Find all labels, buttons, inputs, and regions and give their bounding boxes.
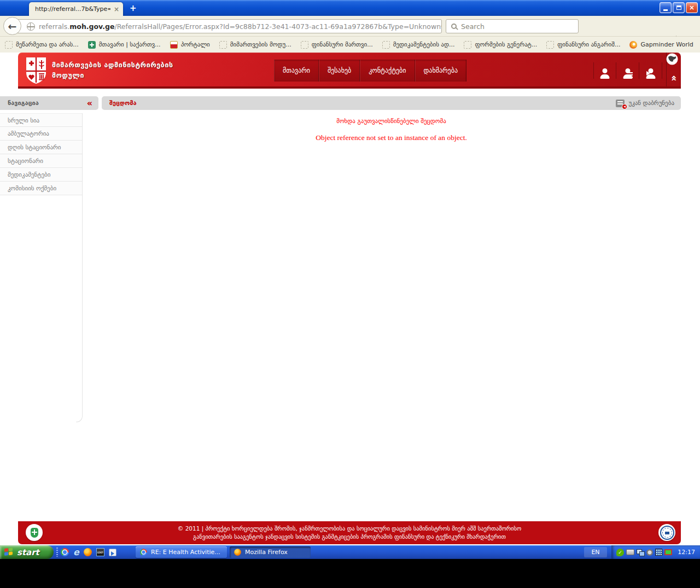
login-logout-button[interactable] [639, 62, 662, 79]
back-button[interactable]: ← [3, 17, 21, 35]
nav-item-home[interactable]: მთავარი [274, 60, 319, 81]
firefox-icon[interactable] [84, 548, 92, 556]
sidebar-item-ambulatory[interactable]: ამბულატორია [0, 127, 82, 141]
default-favicon [382, 41, 390, 49]
close-icon: × [689, 4, 695, 11]
minimize-icon [663, 9, 668, 11]
sidebar-collapse-icon[interactable]: « [87, 98, 92, 108]
back-icon: ← [8, 20, 17, 32]
bookmark-item[interactable]: მეწარმეთა და არას... [5, 41, 79, 49]
search-box[interactable] [446, 19, 579, 33]
sidebar-item-full-list[interactable]: სრული სია [0, 113, 82, 127]
bookmark-label: მეწარმეთა და არას... [16, 41, 79, 48]
task-button-label: Mozilla Firefox [245, 549, 288, 556]
close-button[interactable]: × [686, 2, 698, 13]
sidebar-item-medications[interactable]: მედიკამენტები [0, 168, 82, 182]
go-back-link[interactable]: უკან დაბრუნება [616, 100, 674, 107]
start-label: start [17, 548, 39, 557]
site-nav: მთავარი შესახებ კონტაქტები დახმარება [274, 60, 466, 81]
url-dropdown-icon[interactable]: ▾ [441, 24, 442, 30]
bookmark-item[interactable]: ფინანსური მართვი... [301, 41, 373, 49]
arrow-icon [646, 71, 650, 75]
bookmark-label: ფორმების გენერატ... [475, 41, 537, 48]
url-bar[interactable]: referrals.moh.gov.ge/ReferralsHall/Pages… [13, 19, 442, 33]
site-title: მიმართვების ადმინისტრირების მოდული [52, 60, 173, 80]
internet-explorer-icon[interactable]: e [73, 547, 79, 557]
footer-line1: © 2011 | პროექტი ხორციელდება შრომის, ჯან… [56, 525, 643, 533]
audio-tray-icon[interactable] [646, 549, 653, 556]
site-title-line1: მიმართვების ადმინისტრირების [52, 60, 173, 70]
bookmark-item[interactable]: ფინანსური ანგარიშ... [546, 41, 620, 49]
printer-tray-icon[interactable] [626, 549, 634, 555]
user-list-icon [622, 68, 633, 79]
default-favicon [219, 41, 227, 49]
screen: http://referral...7b&Type=Unknown × + × … [0, 0, 700, 588]
page-title: შეცდომა [109, 100, 137, 107]
sidebar-item-commission-protocols[interactable]: კომისიის ოქმები [0, 182, 82, 195]
navigation-toolbar: ← referrals.moh.gov.ge/ReferralsHall/Pag… [0, 16, 700, 37]
go-back-label: უკან დაბრუნება [628, 100, 674, 107]
bookmark-item[interactable]: მთავარი | საქართვ... [88, 41, 161, 49]
start-button[interactable]: start [0, 545, 54, 559]
error-message-georgian: მოხდა გაუთვალისწინებელი შეცდომა [102, 118, 681, 125]
quick-launch-handle[interactable] [56, 548, 58, 557]
bookmark-label: Gapminder World [640, 41, 693, 48]
nav-item-contacts[interactable]: კონტაქტები [360, 60, 415, 81]
taskbar-clock[interactable]: 12:17 [678, 549, 700, 556]
tab-close-icon[interactable]: × [114, 5, 119, 13]
system-tray: ✓ 12:17 [611, 545, 700, 559]
firefox-icon [234, 549, 241, 556]
default-favicon [301, 41, 308, 49]
user-icon [599, 68, 610, 79]
chrome-icon[interactable] [61, 548, 69, 556]
error-message-english: Object reference not set to an instance … [102, 133, 681, 142]
default-favicon [464, 41, 471, 49]
display-tray-icon[interactable] [664, 549, 672, 555]
url-bar-controls: ▾ ↻ [441, 21, 442, 31]
nav-item-help[interactable]: დახმარება [415, 60, 467, 81]
site-identity-icon[interactable] [27, 22, 35, 31]
sidebar-item-day-hospital[interactable]: დღის სტაციონარი [0, 141, 82, 154]
language-indicator[interactable]: EN [584, 547, 607, 557]
return-document-icon [616, 100, 625, 107]
kmplayer-icon[interactable]: KMP [96, 548, 104, 556]
restore-button[interactable] [673, 2, 685, 13]
bookmark-item[interactable]: ფორმების გენერატ... [464, 41, 537, 49]
bookmark-label: ფინანსური ანგარიშ... [557, 41, 620, 48]
sidebar-item-hospital[interactable]: სტაციონარი [0, 154, 82, 168]
search-icon [451, 24, 457, 29]
network-tray-icon[interactable] [637, 549, 644, 556]
seal-icon [660, 526, 674, 540]
shield-favicon [88, 41, 96, 49]
sidebar-header: ნავიგაცია « [0, 96, 98, 110]
user-profile-button[interactable] [593, 62, 616, 79]
user-list-button[interactable] [616, 62, 639, 79]
quick-launch-app-icon[interactable] [109, 549, 116, 556]
remote-desktop-tray-icon[interactable] [655, 549, 662, 556]
language-globe-icon[interactable] [666, 53, 678, 65]
search-input[interactable] [461, 22, 573, 31]
content-header: შეცდომა უკან დაბრუნება [102, 96, 681, 110]
task-button-firefox[interactable]: Mozilla Firefox [230, 546, 311, 558]
new-tab-button[interactable]: + [130, 3, 137, 13]
minimize-button[interactable] [660, 2, 672, 13]
sidebar-border [76, 113, 83, 422]
site-footer: © 2011 | პროექტი ხორციელდება შრომის, ჯან… [18, 521, 681, 544]
footer-line2: განვითარების სააგენტოს ჯანდაცვის სისტემი… [56, 533, 643, 541]
site-header: მიმართვების ადმინისტრირების მოდული მთავა… [18, 53, 681, 89]
browser-tab[interactable]: http://referral...7b&Type=Unknown × [29, 2, 123, 16]
windows-flag-icon [4, 548, 14, 557]
user-arrow-icon [645, 68, 656, 79]
bookmark-label: ფინანსური მართვი... [312, 41, 373, 48]
bookmark-label: მიმართვების მოდუ... [230, 41, 291, 48]
task-button-email[interactable]: RE: E Health Activitie... [136, 546, 227, 558]
bookmark-item[interactable]: მედიკამენტების ად... [382, 41, 455, 49]
security-check-tray-icon[interactable]: ✓ [616, 549, 624, 556]
nav-item-about[interactable]: შესახებ [319, 60, 360, 81]
collapse-header-chevrons-icon[interactable]: « [669, 75, 680, 80]
return-badge-icon [622, 104, 627, 109]
bookmark-item[interactable]: პორტალი [170, 41, 210, 49]
url-path: /ReferralsHall/Pages/Error.aspx?Id=9c88b… [114, 22, 441, 31]
bookmark-item[interactable]: Gapminder World [629, 41, 693, 49]
bookmark-item[interactable]: მიმართვების მოდუ... [219, 41, 291, 49]
